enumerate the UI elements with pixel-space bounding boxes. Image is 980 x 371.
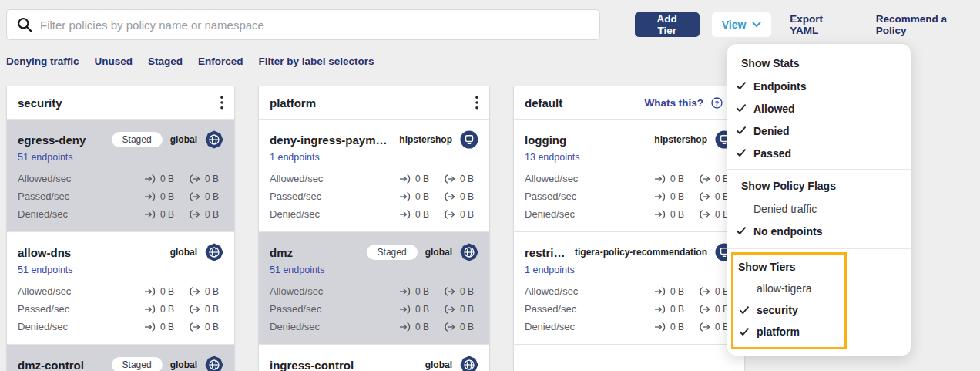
endpoints-link[interactable]: 1 endpoints (270, 152, 320, 163)
policy-name[interactable]: restricted (525, 246, 567, 259)
tier-column-default: default Whats this? logging hipstershop … (513, 86, 745, 371)
egress-value: 0 B (205, 304, 219, 315)
stat-row: Allowed/sec 0 B 0 B (18, 282, 223, 300)
menu-item-denied-traffic[interactable]: Denied traffic (737, 197, 900, 220)
policy-name[interactable]: dmz (270, 246, 359, 259)
menu-item-security[interactable]: security (737, 299, 841, 321)
menu-item-no-endpoints[interactable]: No endpoints (737, 220, 900, 242)
stat-row: Allowed/sec 0 B 0 B (270, 170, 478, 187)
egress-value: 0 B (460, 322, 474, 332)
ingress-value: 0 B (160, 191, 174, 202)
ingress-arrow-icon (144, 305, 156, 314)
globe-icon (460, 243, 478, 261)
egress-value: 0 B (205, 174, 219, 184)
menu-item-platform[interactable]: platform (737, 321, 841, 342)
ingress-arrow-icon (144, 192, 156, 201)
add-tier-button[interactable]: Add Tier (635, 12, 700, 37)
stat-row: Passed/sec 0 B 0 B (270, 300, 478, 318)
menu-item-label: No endpoints (753, 225, 822, 238)
policy-name[interactable]: ingress-control (270, 359, 418, 371)
policy-card[interactable]: dmz Staged global 51 endpoints Allowed/s… (259, 231, 489, 344)
endpoints-link[interactable]: 1 endpoints (525, 265, 575, 275)
policy-name[interactable]: logging (525, 133, 646, 147)
policy-card[interactable]: allow-dns global 51 endpoints Allowed/se… (7, 231, 234, 344)
menu-item-denied[interactable]: Denied (737, 120, 900, 142)
tier-header: default Whats this? (514, 86, 744, 120)
egress-arrow-icon (444, 210, 456, 219)
policy-name[interactable]: deny-ingress-paymentservi... (270, 133, 391, 147)
whats-this-link[interactable]: Whats this? (645, 97, 704, 109)
policy-card[interactable]: dmz-control Staged global 51 endpoints (7, 344, 234, 371)
stat-label: Passed/sec (18, 191, 69, 202)
menu-item-label: security (757, 304, 798, 316)
search-input[interactable] (40, 19, 589, 32)
menu-section-title: Show Tiers (738, 258, 841, 276)
stat-row: Denied/sec 0 B 0 B (18, 318, 223, 336)
endpoints-link[interactable]: 13 endpoints (525, 152, 580, 163)
globe-icon (205, 130, 223, 149)
endpoints-link[interactable]: 51 endpoints (18, 152, 73, 163)
filter-staged[interactable]: Staged (148, 56, 183, 67)
export-yaml-link[interactable]: Export YAML (790, 13, 851, 36)
egress-arrow-icon (444, 322, 456, 332)
ingress-arrow-icon (654, 174, 666, 184)
check-icon (740, 306, 749, 315)
globe-icon (460, 356, 478, 371)
policy-card[interactable]: deny-ingress-paymentservi... hipstershop… (259, 120, 489, 231)
filter-denying-traffic[interactable]: Denying traffic (6, 56, 79, 67)
stat-row: Allowed/sec 0 B 0 B (270, 282, 478, 300)
check-icon (737, 149, 746, 157)
ingress-arrow-icon (654, 192, 666, 201)
stat-row: Passed/sec 0 B 0 B (525, 187, 733, 205)
filter-enforced[interactable]: Enforced (198, 56, 243, 67)
stat-label: Denied/sec (525, 208, 575, 220)
egress-arrow-icon (444, 174, 456, 184)
menu-item-allowed[interactable]: Allowed (737, 97, 900, 120)
policies-board-page: Add Tier View Export YAML Recommend a Po… (0, 0, 980, 371)
ingress-arrow-icon (654, 287, 666, 296)
stat-row: Denied/sec 0 B 0 B (18, 205, 223, 223)
policy-card[interactable]: restricted tigera-policy-recommendation … (514, 231, 744, 345)
ingress-arrow-icon (399, 322, 411, 332)
stat-row: Passed/sec 0 B 0 B (270, 187, 478, 205)
policy-card[interactable]: logging hipstershop 13 endpoints Allowed… (514, 120, 744, 231)
namespace-icon (460, 130, 478, 149)
egress-arrow-icon (699, 322, 711, 332)
menu-item-endpoints[interactable]: Endpoints (737, 75, 900, 97)
policy-card[interactable]: egress-deny Staged global 51 endpoints A… (7, 120, 234, 231)
help-icon[interactable] (711, 97, 723, 109)
menu-item-allow-tigera[interactable]: allow-tigera (737, 278, 841, 299)
ingress-value: 0 B (160, 286, 174, 297)
filter-label-selectors[interactable]: Filter by label selectors (259, 56, 374, 67)
policy-name[interactable]: allow-dns (18, 246, 163, 259)
egress-value: 0 B (205, 209, 219, 220)
endpoints-link[interactable]: 51 endpoints (18, 265, 73, 275)
kebab-menu-icon[interactable] (220, 96, 223, 110)
policy-name[interactable]: dmz-control (18, 359, 104, 371)
policy-search-box[interactable] (6, 9, 600, 40)
recommend-policy-link[interactable]: Recommend a Policy (876, 13, 975, 36)
egress-value: 0 B (460, 304, 474, 315)
stat-row: Denied/sec 0 B 0 B (270, 318, 478, 336)
menu-item-passed[interactable]: Passed (737, 142, 900, 164)
stat-label: Denied/sec (525, 321, 575, 332)
scope-label: global (425, 247, 452, 258)
stat-label: Denied/sec (18, 321, 68, 332)
egress-arrow-icon (189, 210, 201, 219)
ingress-arrow-icon (399, 210, 411, 219)
stat-row: Passed/sec 0 B 0 B (525, 300, 733, 318)
view-button[interactable]: View (712, 12, 772, 37)
staged-badge: Staged (112, 132, 163, 147)
egress-value: 0 B (460, 209, 474, 220)
ingress-value: 0 B (415, 209, 429, 220)
policy-card[interactable]: ingress-control global 51 endpoints (259, 344, 489, 371)
egress-arrow-icon (699, 287, 711, 296)
check-icon (737, 82, 746, 90)
policy-name[interactable]: egress-deny (18, 133, 104, 147)
check-icon (737, 227, 746, 235)
menu-item-label: Allowed (753, 103, 795, 115)
filter-unused[interactable]: Unused (95, 56, 133, 67)
endpoints-link[interactable]: 51 endpoints (270, 265, 325, 275)
kebab-menu-icon[interactable] (475, 96, 478, 110)
stat-row: Passed/sec 0 B 0 B (18, 187, 223, 205)
